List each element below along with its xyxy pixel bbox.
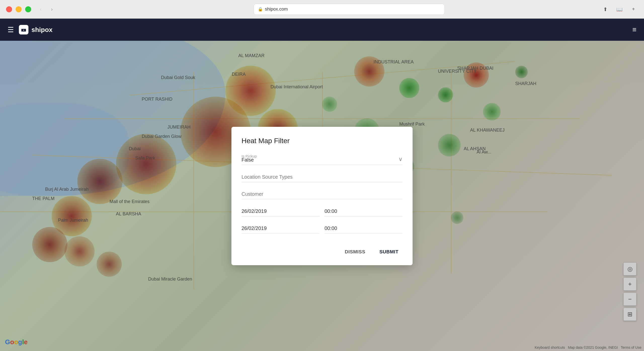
svg-point-1 [23, 30, 24, 31]
is-pickup-field: Is Pickup False ∨ [242, 153, 403, 165]
dismiss-button[interactable]: DISMISS [341, 247, 370, 257]
traffic-lights [6, 6, 31, 12]
address-bar[interactable]: 🔒 shipox.com [254, 4, 445, 15]
logo-icon [19, 25, 28, 34]
is-pickup-value: False [242, 153, 398, 163]
browser-chrome: ‹ › 🔒 shipox.com ⬆ 📖 + [0, 0, 644, 19]
date-from-row: 26/02/2019 00:00 [242, 206, 403, 216]
date-to-row: 26/02/2019 00:00 [242, 223, 403, 233]
time-from-field: 00:00 [325, 206, 403, 216]
map-background: INDUSTRIAL AREA UNIVERSITY CITY AL MAMZA… [0, 41, 644, 351]
url-text: shipox.com [265, 7, 288, 12]
modal-actions: DISMISS SUBMIT [242, 241, 403, 265]
app-area: ☰ shipox ≡ [0, 19, 644, 351]
date-from-value[interactable]: 26/02/2019 [242, 206, 319, 216]
close-window-button[interactable] [6, 6, 12, 12]
app-name: shipox [31, 26, 53, 34]
hamburger-menu-button[interactable]: ☰ [8, 26, 14, 34]
browser-actions: ⬆ 📖 + [601, 5, 638, 14]
is-pickup-label: Is Pickup [242, 154, 257, 158]
settings-lines-icon: ≡ [632, 26, 636, 33]
submit-button[interactable]: SUBMIT [375, 247, 403, 257]
date-to-field: 26/02/2019 [242, 223, 319, 233]
time-from-value[interactable]: 00:00 [325, 206, 403, 216]
maximize-window-button[interactable] [25, 6, 31, 12]
lock-icon: 🔒 [258, 7, 263, 12]
chevron-down-icon: ∨ [398, 156, 403, 163]
nav-settings-button[interactable]: ≡ [632, 26, 636, 34]
modal-overlay: Heat Map Filter Is Pickup False ∨ [0, 41, 644, 351]
time-to-field: 00:00 [325, 223, 403, 233]
logo-area: shipox [19, 25, 53, 34]
minimize-window-button[interactable] [16, 6, 22, 12]
nav-buttons: ‹ › [36, 5, 56, 14]
top-nav: ☰ shipox ≡ [0, 19, 644, 41]
location-source-types-field [242, 172, 403, 182]
bookmarks-button[interactable]: 📖 [615, 5, 624, 14]
new-tab-button[interactable]: + [629, 5, 638, 14]
modal-title: Heat Map Filter [242, 137, 403, 145]
forward-button[interactable]: › [47, 5, 56, 14]
share-button[interactable]: ⬆ [601, 5, 610, 14]
hamburger-icon: ☰ [8, 26, 14, 34]
time-to-value[interactable]: 00:00 [325, 223, 403, 233]
back-button[interactable]: ‹ [36, 5, 45, 14]
date-to-value[interactable]: 26/02/2019 [242, 223, 319, 233]
customer-input[interactable] [242, 189, 403, 199]
heat-map-filter-modal: Heat Map Filter Is Pickup False ∨ [231, 127, 413, 265]
date-from-field: 26/02/2019 [242, 206, 319, 216]
location-source-types-input[interactable] [242, 172, 403, 182]
customer-field [242, 189, 403, 199]
is-pickup-select[interactable]: False ∨ [242, 153, 403, 165]
